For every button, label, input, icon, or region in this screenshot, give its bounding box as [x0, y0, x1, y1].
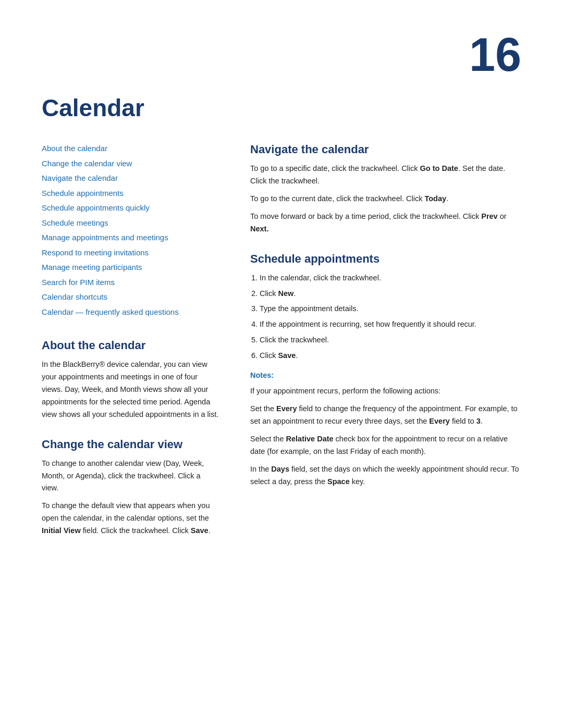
notes-label: Notes: — [250, 369, 521, 382]
left-column: About the calendar Change the calendar v… — [42, 143, 219, 554]
toc-link-search[interactable]: Search for PIM items — [42, 278, 115, 287]
change-view-body: To change to another calendar view (Day,… — [42, 458, 219, 538]
content-layout: About the calendar Change the calendar v… — [42, 143, 521, 554]
toc-item-respond[interactable]: Respond to meeting invitations — [42, 247, 219, 259]
toc-item-search[interactable]: Search for PIM items — [42, 277, 219, 289]
change-view-para1: To change to another calendar view (Day,… — [42, 458, 219, 495]
change-view-title: Change the calendar view — [42, 438, 219, 451]
toc-link-schedule-quickly[interactable]: Schedule appointments quickly — [42, 203, 150, 212]
notes-para1: If your appointment recurs, perform the … — [250, 385, 521, 398]
toc-item-change-view[interactable]: Change the calendar view — [42, 158, 219, 170]
toc-item-faq[interactable]: Calendar — frequently asked questions — [42, 306, 219, 318]
about-section-title: About the calendar — [42, 339, 219, 352]
navigate-para1: To go to a specific date, click the trac… — [250, 163, 521, 188]
toc-link-manage[interactable]: Manage appointments and meetings — [42, 233, 168, 242]
toc-link-change-view[interactable]: Change the calendar view — [42, 159, 132, 168]
notes-para2: Set the Every field to change the freque… — [250, 403, 521, 428]
page-container: 16 Calendar About the calendar Change th… — [0, 0, 563, 728]
page-title: Calendar — [42, 94, 521, 122]
toc-item-navigate[interactable]: Navigate the calendar — [42, 172, 219, 184]
toc-list: About the calendar Change the calendar v… — [42, 143, 219, 318]
schedule-step-2: Click New. — [260, 288, 521, 300]
schedule-section: Schedule appointments In the calendar, c… — [250, 252, 521, 488]
toc-item-shortcuts[interactable]: Calendar shortcuts — [42, 291, 219, 303]
navigate-section-body: To go to a specific date, click the trac… — [250, 163, 521, 236]
toc-item-schedule[interactable]: Schedule appointments — [42, 188, 219, 200]
toc-item-participants[interactable]: Manage meeting participants — [42, 262, 219, 274]
change-view-section: Change the calendar view To change to an… — [42, 438, 219, 538]
toc-item-about[interactable]: About the calendar — [42, 143, 219, 155]
navigate-para3: To move forward or back by a time period… — [250, 211, 521, 236]
schedule-step-4: If the appointment is recurring, set how… — [260, 318, 521, 331]
notes-para3: Select the Relative Date check box for t… — [250, 433, 521, 458]
toc-link-participants[interactable]: Manage meeting participants — [42, 263, 142, 272]
toc-link-meetings[interactable]: Schedule meetings — [42, 218, 108, 227]
about-section-body: In the BlackBerry® device calendar, you … — [42, 359, 219, 421]
schedule-steps-list: In the calendar, click the trackwheel. C… — [260, 272, 521, 363]
toc-item-manage[interactable]: Manage appointments and meetings — [42, 232, 219, 244]
schedule-section-title: Schedule appointments — [250, 252, 521, 266]
navigate-section-title: Navigate the calendar — [250, 143, 521, 156]
toc-link-respond[interactable]: Respond to meeting invitations — [42, 248, 149, 257]
notes-para4: In the Days field, set the days on which… — [250, 463, 521, 488]
navigate-para2: To go to the current date, click the tra… — [250, 193, 521, 205]
toc-link-shortcuts[interactable]: Calendar shortcuts — [42, 292, 107, 301]
toc-link-about[interactable]: About the calendar — [42, 144, 107, 153]
toc-link-schedule[interactable]: Schedule appointments — [42, 189, 124, 198]
toc-link-navigate[interactable]: Navigate the calendar — [42, 174, 118, 182]
schedule-step-1: In the calendar, click the trackwheel. — [260, 272, 521, 285]
toc-link-faq[interactable]: Calendar — frequently asked questions — [42, 307, 179, 316]
schedule-section-body: In the calendar, click the trackwheel. C… — [250, 272, 521, 488]
about-section: About the calendar In the BlackBerry® de… — [42, 339, 219, 421]
notes-section: Notes: If your appointment recurs, perfo… — [250, 369, 521, 488]
chapter-number: 16 — [42, 31, 521, 78]
right-column: Navigate the calendar To go to a specifi… — [250, 143, 521, 554]
about-para: In the BlackBerry® device calendar, you … — [42, 359, 219, 421]
schedule-step-3: Type the appointment details. — [260, 303, 521, 315]
navigate-section: Navigate the calendar To go to a specifi… — [250, 143, 521, 236]
schedule-step-6: Click Save. — [260, 350, 521, 362]
change-view-para2: To change the default view that appears … — [42, 500, 219, 537]
schedule-step-5: Click the trackwheel. — [260, 334, 521, 347]
toc-item-schedule-quickly[interactable]: Schedule appointments quickly — [42, 202, 219, 214]
toc-item-meetings[interactable]: Schedule meetings — [42, 217, 219, 229]
